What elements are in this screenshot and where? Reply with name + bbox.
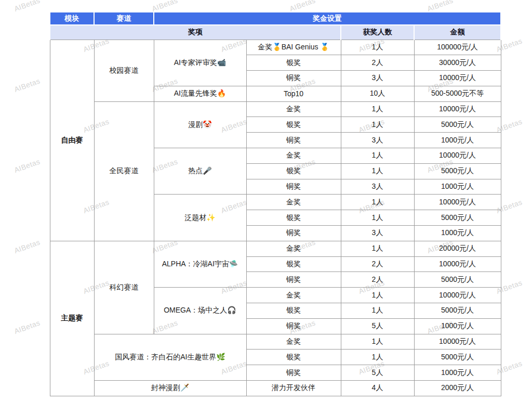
cell-winners: 1人 bbox=[341, 288, 414, 303]
table-row: 主题赛科幻赛道ALPHA：冷湖AI宇宙🛸金奖1人20000元/人 bbox=[50, 241, 501, 256]
cell-winners: 1人 bbox=[341, 101, 414, 117]
cell-winners: 1人 bbox=[341, 210, 414, 226]
cell-award: 银奖 bbox=[246, 256, 341, 272]
cell-award-manju: 漫剧🤡 bbox=[154, 101, 246, 148]
cell-winners: 10人 bbox=[341, 86, 414, 101]
cell-winners: 1人 bbox=[341, 334, 414, 350]
cell-amount: 1000元/人 bbox=[414, 318, 501, 334]
cell-amount: 5000元/人 bbox=[414, 303, 501, 319]
cell-award-traffic: AI流量先锋奖🔥 bbox=[154, 86, 246, 101]
header-module: 模块 bbox=[50, 12, 94, 25]
cell-amount: 10000元/人 bbox=[414, 288, 501, 303]
cell-track-public: 全民赛道 bbox=[94, 101, 154, 241]
cell-award: 银奖 bbox=[246, 210, 341, 226]
watermark-text: AIBetas bbox=[13, 318, 41, 335]
cell-winners: 1人 bbox=[341, 303, 414, 319]
cell-amount: 10000元/人 bbox=[414, 71, 501, 86]
cell-track-guofeng: 国风赛道：齐白石的AI生趣世界🌿 bbox=[94, 334, 246, 380]
cell-amount: 10000元/人 bbox=[414, 195, 501, 210]
cell-award: 银奖 bbox=[246, 350, 341, 365]
cell-amount: 5000元/人 bbox=[414, 210, 501, 226]
cell-winners: 1人 bbox=[341, 148, 414, 164]
cell-winners: 3人 bbox=[341, 133, 414, 148]
cell-award: 金奖 bbox=[246, 195, 341, 210]
page: AIBetasAIBetasAIBetasAIBetasAIBetasAIBet… bbox=[0, 0, 532, 401]
cell-award-expert: AI专家评审奖📹 bbox=[154, 40, 246, 86]
cell-amount: 2000元/人 bbox=[414, 381, 501, 396]
cell-award-hotspot: 热点🎤 bbox=[154, 148, 246, 195]
cell-award-omega: OMEGA：场中之人🎧 bbox=[154, 288, 246, 334]
cell-winners: 2人 bbox=[341, 55, 414, 71]
cell-amount: 10000元/人 bbox=[414, 334, 501, 350]
cell-track-fengshen: 封神漫剧🗡️ bbox=[94, 381, 246, 396]
cell-amount: 30000元/人 bbox=[414, 55, 501, 71]
cell-award: 铜奖 bbox=[246, 179, 341, 195]
cell-award: 金奖 bbox=[246, 101, 341, 117]
cell-award: 银奖 bbox=[246, 303, 341, 319]
watermark-text: AIBetas bbox=[13, 157, 41, 174]
table-row: 封神漫剧🗡️潜力开发伙伴4人2000元/人 bbox=[50, 381, 501, 396]
table-header-row-top: 模块 赛道 奖金设置 bbox=[50, 12, 501, 25]
cell-amount: 5000元/人 bbox=[414, 272, 501, 288]
cell-winners: 4人 bbox=[341, 381, 414, 396]
cell-award: 银奖 bbox=[246, 117, 341, 133]
watermark-text: AIBetas bbox=[13, 238, 41, 255]
cell-amount: 10000元/人 bbox=[414, 101, 501, 117]
cell-award: 金奖 bbox=[246, 288, 341, 303]
cell-award: 铜奖 bbox=[246, 71, 341, 86]
cell-award: Top10 bbox=[246, 86, 341, 101]
table-row: 国风赛道：齐白石的AI生趣世界🌿金奖1人10000元/人 bbox=[50, 334, 501, 350]
cell-winners: 3人 bbox=[341, 71, 414, 86]
cell-winners: 3人 bbox=[341, 179, 414, 195]
cell-award: 铜奖 bbox=[246, 226, 341, 241]
cell-amount: 5000元/人 bbox=[414, 350, 501, 365]
cell-winners: 1人 bbox=[341, 350, 414, 365]
cell-winners: 5人 bbox=[341, 318, 414, 334]
cell-award: 金奖 bbox=[246, 241, 341, 256]
cell-winners: 1人 bbox=[341, 117, 414, 133]
cell-award: 金奖 bbox=[246, 148, 341, 164]
cell-award: 铜奖 bbox=[246, 318, 341, 334]
cell-amount: 1000元/人 bbox=[414, 133, 501, 148]
cell-winners: 1人 bbox=[341, 195, 414, 210]
cell-award: 铜奖 bbox=[246, 133, 341, 148]
cell-winners: 2人 bbox=[341, 272, 414, 288]
cell-amount: 5000元/人 bbox=[414, 117, 501, 133]
cell-award-alpha: ALPHA：冷湖AI宇宙🛸 bbox=[154, 241, 246, 287]
cell-winners: 2人 bbox=[341, 256, 414, 272]
cell-award: 银奖 bbox=[246, 55, 341, 71]
header-winners: 获奖人数 bbox=[341, 25, 414, 40]
cell-award: 铜奖 bbox=[246, 365, 341, 381]
header-track: 赛道 bbox=[94, 12, 154, 25]
cell-award: 金奖 bbox=[246, 334, 341, 350]
cell-award: 金奖🥇BAI Genius 🥇 bbox=[246, 40, 341, 55]
cell-amount: 20000元/人 bbox=[414, 241, 501, 256]
cell-track-campus: 校园赛道 bbox=[94, 40, 154, 101]
watermark-text: AIBetas bbox=[13, 76, 41, 94]
cell-amount: 10000元/人 bbox=[414, 148, 501, 164]
table-row: 自由赛校园赛道AI专家评审奖📹金奖🥇BAI Genius 🥇1人100000元/… bbox=[50, 40, 501, 55]
cell-award: 铜奖 bbox=[246, 272, 341, 288]
table-body: 自由赛校园赛道AI专家评审奖📹金奖🥇BAI Genius 🥇1人100000元/… bbox=[50, 40, 501, 396]
cell-module-theme: 主题赛 bbox=[50, 241, 94, 396]
cell-winners: 5人 bbox=[341, 365, 414, 381]
cell-winners: 3人 bbox=[341, 226, 414, 241]
prize-table: 模块 赛道 奖金设置 奖项 获奖人数 金额 自由赛校园赛道AI专家评审奖📹金奖🥇… bbox=[49, 11, 501, 396]
cell-amount: 1000元/人 bbox=[414, 226, 501, 241]
cell-amount: 1000元/人 bbox=[414, 179, 501, 195]
table-header-row-sub: 奖项 获奖人数 金额 bbox=[50, 25, 501, 40]
cell-amount: 5000元/人 bbox=[414, 163, 501, 179]
cell-award: 潜力开发伙伴 bbox=[246, 381, 341, 396]
watermark-text: AIBetas bbox=[13, 0, 41, 13]
cell-amount: 1000元/人 bbox=[414, 365, 501, 381]
cell-winners: 1人 bbox=[341, 241, 414, 256]
cell-module-free: 自由赛 bbox=[50, 40, 94, 241]
cell-award: 银奖 bbox=[246, 163, 341, 179]
cell-award-general: 泛题材✨ bbox=[154, 195, 246, 241]
header-amount: 金额 bbox=[414, 25, 501, 40]
cell-amount: 500-5000元不等 bbox=[414, 86, 501, 101]
cell-winners: 1人 bbox=[341, 163, 414, 179]
cell-winners: 1人 bbox=[341, 40, 414, 55]
cell-amount: 10000元/人 bbox=[414, 256, 501, 272]
cell-amount: 100000元/人 bbox=[414, 40, 501, 55]
